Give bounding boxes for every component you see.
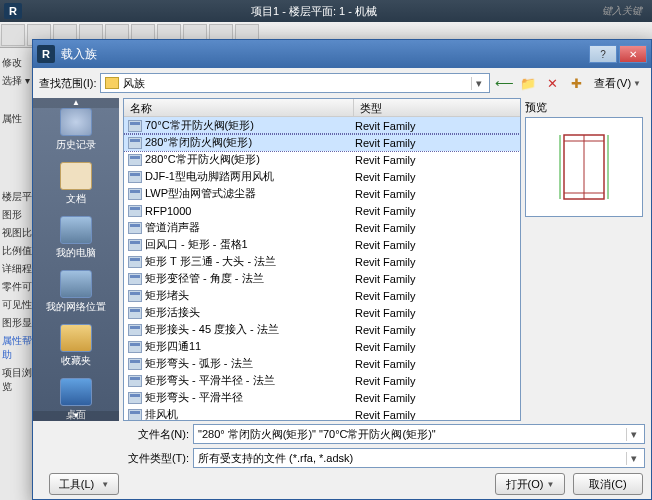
column-name[interactable]: 名称	[124, 99, 354, 116]
look-in-value: 风族	[123, 76, 471, 91]
chevron-down-icon[interactable]: ▾	[471, 77, 485, 90]
column-type[interactable]: 类型	[354, 99, 520, 116]
file-name-value: "280° 常闭防火阀(矩形)" "70°C常开防火阀(矩形)"	[198, 427, 436, 442]
sidebar-item-history[interactable]: 历史记录	[38, 104, 114, 156]
file-row[interactable]: 管道消声器Revit Family	[124, 219, 520, 236]
file-type: Revit Family	[355, 307, 516, 319]
sidebar-item-fav[interactable]: 收藏夹	[38, 320, 114, 372]
file-row[interactable]: 矩形活接头Revit Family	[124, 304, 520, 321]
sidebar-scroll-down[interactable]: ▼	[33, 411, 119, 421]
preview-pane: 预览	[525, 98, 645, 421]
sidebar-item-docs[interactable]: 文档	[38, 158, 114, 210]
open-button[interactable]: 打开(O) ▼	[495, 473, 565, 495]
places-sidebar: ▲ 历史记录文档我的电脑我的网络位置收藏夹桌面Metric LibraryMet…	[33, 98, 119, 421]
chevron-down-icon: ▼	[101, 480, 109, 489]
file-row[interactable]: 矩形四通11Revit Family	[124, 338, 520, 355]
family-file-icon	[128, 358, 142, 370]
open-label: 打开(O)	[506, 477, 544, 492]
sidebar-item-net[interactable]: 我的网络位置	[38, 266, 114, 318]
close-button[interactable]: ✕	[619, 45, 647, 63]
file-name: 管道消声器	[145, 220, 355, 235]
new-folder-button[interactable]: ✚	[566, 73, 586, 93]
family-file-icon	[128, 120, 142, 132]
file-row[interactable]: 70°C常开防火阀(矩形)Revit Family	[124, 117, 520, 134]
chevron-down-icon[interactable]: ▾	[626, 452, 640, 465]
file-row[interactable]: 矩形弯头 - 平滑半径 - 法兰Revit Family	[124, 372, 520, 389]
file-type: Revit Family	[355, 239, 516, 251]
chevron-down-icon[interactable]: ▾	[626, 428, 640, 441]
file-row[interactable]: RFP1000Revit Family	[124, 202, 520, 219]
file-type: Revit Family	[355, 137, 516, 149]
file-type: Revit Family	[355, 290, 516, 302]
file-row[interactable]: 280°常闭防火阀(矩形)Revit Family	[124, 134, 520, 151]
up-folder-button[interactable]: 📁	[518, 73, 538, 93]
file-type: Revit Family	[355, 375, 516, 387]
file-row[interactable]: 矩形 T 形三通 - 大头 - 法兰Revit Family	[124, 253, 520, 270]
sidebar-item-label: 文档	[38, 192, 114, 206]
dialog-button-row: 工具(L) ▼ 打开(O) ▼ 取消(C)	[33, 469, 651, 499]
file-list: 名称 类型 70°C常开防火阀(矩形)Revit Family280°常闭防火阀…	[123, 98, 521, 421]
family-file-icon	[128, 409, 142, 421]
file-row[interactable]: 矩形弯头 - 平滑半径Revit Family	[124, 389, 520, 406]
family-file-icon	[128, 188, 142, 200]
dialog-titlebar[interactable]: R 载入族 ? ✕	[33, 40, 651, 68]
file-row[interactable]: 矩形接头 - 45 度接入 - 法兰Revit Family	[124, 321, 520, 338]
file-name: 矩形弯头 - 弧形 - 法兰	[145, 356, 355, 371]
view-mode-button[interactable]: 查看(V) ▼	[590, 73, 645, 93]
file-type-label: 文件类型(T):	[119, 451, 189, 466]
file-type: Revit Family	[355, 205, 516, 217]
file-type: Revit Family	[355, 409, 516, 421]
file-name: 70°C常开防火阀(矩形)	[145, 118, 355, 133]
toolbar-button[interactable]	[1, 24, 25, 46]
back-button[interactable]: ⟵	[494, 73, 514, 93]
sidebar-item-pc[interactable]: 我的电脑	[38, 212, 114, 264]
app-search-placeholder[interactable]: 键入关键	[602, 4, 648, 18]
file-name: 280°C常开防火阀(矩形)	[145, 152, 355, 167]
file-type: Revit Family	[355, 392, 516, 404]
file-name: 矩形活接头	[145, 305, 355, 320]
load-family-dialog: R 载入族 ? ✕ 查找范围(I): 风族 ▾ ⟵ 📁 ✕ ✚ 查看(V) ▼	[32, 39, 652, 500]
file-row[interactable]: 280°C常开防火阀(矩形)Revit Family	[124, 151, 520, 168]
file-row[interactable]: 矩形弯头 - 弧形 - 法兰Revit Family	[124, 355, 520, 372]
family-file-icon	[128, 324, 142, 336]
folder-icon	[105, 77, 119, 89]
file-type-select[interactable]: 所有受支持的文件 (*.rfa, *.adsk) ▾	[193, 448, 645, 468]
file-type: Revit Family	[355, 341, 516, 353]
file-type: Revit Family	[355, 358, 516, 370]
file-row[interactable]: 排风机Revit Family	[124, 406, 520, 420]
file-fields: 文件名(N): "280° 常闭防火阀(矩形)" "70°C常开防火阀(矩形)"…	[119, 421, 645, 469]
chevron-down-icon: ▼	[633, 79, 641, 88]
family-file-icon	[128, 137, 142, 149]
sidebar-item-label: 收藏夹	[38, 354, 114, 368]
preview-label: 预览	[525, 98, 645, 117]
look-in-combo[interactable]: 风族 ▾	[100, 73, 490, 93]
family-file-icon	[128, 290, 142, 302]
file-type: Revit Family	[355, 188, 516, 200]
file-name-input[interactable]: "280° 常闭防火阀(矩形)" "70°C常开防火阀(矩形)" ▾	[193, 424, 645, 444]
app-title: 项目1 - 楼层平面: 1 - 机械	[26, 4, 602, 19]
family-file-icon	[128, 205, 142, 217]
file-type: Revit Family	[355, 256, 516, 268]
file-name: DJF-1型电动脚踏两用风机	[145, 169, 355, 184]
file-row[interactable]: 矩形堵头Revit Family	[124, 287, 520, 304]
sidebar-scroll-up[interactable]: ▲	[33, 98, 119, 108]
file-type-value: 所有受支持的文件 (*.rfa, *.adsk)	[198, 451, 353, 466]
file-row[interactable]: 回风口 - 矩形 - 蛋格1Revit Family	[124, 236, 520, 253]
file-row[interactable]: LWP型油网管式滤尘器Revit Family	[124, 185, 520, 202]
list-rows[interactable]: 70°C常开防火阀(矩形)Revit Family280°常闭防火阀(矩形)Re…	[124, 117, 520, 420]
file-name-label: 文件名(N):	[119, 427, 189, 442]
delete-button[interactable]: ✕	[542, 73, 562, 93]
sidebar-item-label: 我的网络位置	[38, 300, 114, 314]
sidebar-item-label: 我的电脑	[38, 246, 114, 260]
file-type: Revit Family	[355, 171, 516, 183]
file-type: Revit Family	[355, 120, 516, 132]
cancel-button[interactable]: 取消(C)	[573, 473, 643, 495]
net-icon	[60, 270, 92, 298]
file-row[interactable]: DJF-1型电动脚踏两用风机Revit Family	[124, 168, 520, 185]
family-file-icon	[128, 239, 142, 251]
tools-button[interactable]: 工具(L) ▼	[49, 473, 119, 495]
help-button[interactable]: ?	[589, 45, 617, 63]
file-name: 矩形弯头 - 平滑半径 - 法兰	[145, 373, 355, 388]
family-file-icon	[128, 273, 142, 285]
file-row[interactable]: 矩形变径管 - 角度 - 法兰Revit Family	[124, 270, 520, 287]
